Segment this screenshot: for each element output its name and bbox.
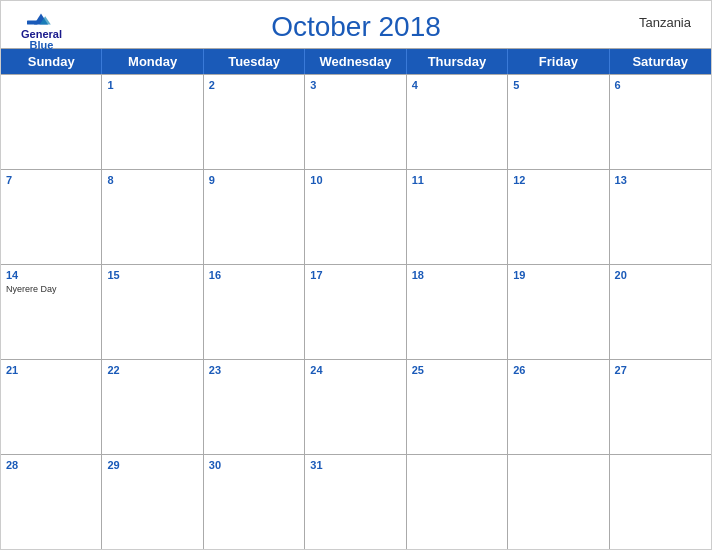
day-cell: 2 bbox=[204, 75, 305, 169]
week-row-0: 123456 bbox=[1, 74, 711, 169]
day-number: 22 bbox=[107, 364, 197, 377]
day-header-saturday: Saturday bbox=[610, 49, 711, 74]
day-cell: 27 bbox=[610, 360, 711, 454]
logo-icon bbox=[27, 9, 55, 29]
day-cell bbox=[610, 455, 711, 549]
day-number: 2 bbox=[209, 79, 299, 92]
day-cell: 3 bbox=[305, 75, 406, 169]
day-number: 30 bbox=[209, 459, 299, 472]
day-number: 15 bbox=[107, 269, 197, 282]
day-number: 1 bbox=[107, 79, 197, 92]
day-cell: 31 bbox=[305, 455, 406, 549]
calendar-grid: SundayMondayTuesdayWednesdayThursdayFrid… bbox=[1, 48, 711, 549]
day-cell: 30 bbox=[204, 455, 305, 549]
country-label: Tanzania bbox=[639, 15, 691, 30]
day-number: 20 bbox=[615, 269, 706, 282]
day-headers-row: SundayMondayTuesdayWednesdayThursdayFrid… bbox=[1, 49, 711, 74]
week-row-2: 14Nyerere Day151617181920 bbox=[1, 264, 711, 359]
calendar-container: General Blue October 2018 Tanzania Sunda… bbox=[0, 0, 712, 550]
day-number: 23 bbox=[209, 364, 299, 377]
day-header-wednesday: Wednesday bbox=[305, 49, 406, 74]
day-cell: 22 bbox=[102, 360, 203, 454]
day-cell: 8 bbox=[102, 170, 203, 264]
day-number: 16 bbox=[209, 269, 299, 282]
day-cell bbox=[1, 75, 102, 169]
logo-area: General Blue bbox=[21, 9, 62, 51]
day-number: 14 bbox=[6, 269, 96, 282]
day-header-thursday: Thursday bbox=[407, 49, 508, 74]
weeks-container: 1234567891011121314Nyerere Day1516171819… bbox=[1, 74, 711, 549]
day-number: 8 bbox=[107, 174, 197, 187]
day-cell: 25 bbox=[407, 360, 508, 454]
day-cell: 4 bbox=[407, 75, 508, 169]
day-cell: 13 bbox=[610, 170, 711, 264]
day-cell: 9 bbox=[204, 170, 305, 264]
day-cell: 23 bbox=[204, 360, 305, 454]
day-header-monday: Monday bbox=[102, 49, 203, 74]
day-cell bbox=[407, 455, 508, 549]
day-number: 24 bbox=[310, 364, 400, 377]
day-number: 17 bbox=[310, 269, 400, 282]
day-cell bbox=[508, 455, 609, 549]
day-number: 29 bbox=[107, 459, 197, 472]
week-row-1: 78910111213 bbox=[1, 169, 711, 264]
day-number: 6 bbox=[615, 79, 706, 92]
day-number: 5 bbox=[513, 79, 603, 92]
day-cell: 6 bbox=[610, 75, 711, 169]
day-cell: 15 bbox=[102, 265, 203, 359]
week-row-4: 28293031 bbox=[1, 454, 711, 549]
event-label: Nyerere Day bbox=[6, 284, 96, 295]
day-header-tuesday: Tuesday bbox=[204, 49, 305, 74]
day-cell: 10 bbox=[305, 170, 406, 264]
day-number: 11 bbox=[412, 174, 502, 187]
day-number: 3 bbox=[310, 79, 400, 92]
day-cell: 5 bbox=[508, 75, 609, 169]
day-number: 27 bbox=[615, 364, 706, 377]
day-cell: 17 bbox=[305, 265, 406, 359]
logo-blue-text: Blue bbox=[30, 40, 54, 51]
day-header-sunday: Sunday bbox=[1, 49, 102, 74]
day-cell: 12 bbox=[508, 170, 609, 264]
day-cell: 19 bbox=[508, 265, 609, 359]
day-cell: 21 bbox=[1, 360, 102, 454]
day-cell: 20 bbox=[610, 265, 711, 359]
day-number: 25 bbox=[412, 364, 502, 377]
day-header-friday: Friday bbox=[508, 49, 609, 74]
day-cell: 26 bbox=[508, 360, 609, 454]
day-number: 13 bbox=[615, 174, 706, 187]
day-cell: 14Nyerere Day bbox=[1, 265, 102, 359]
month-title: October 2018 bbox=[271, 11, 441, 43]
calendar-header: General Blue October 2018 Tanzania bbox=[1, 1, 711, 48]
day-number: 7 bbox=[6, 174, 96, 187]
day-cell: 18 bbox=[407, 265, 508, 359]
day-number: 4 bbox=[412, 79, 502, 92]
day-cell: 11 bbox=[407, 170, 508, 264]
day-cell: 16 bbox=[204, 265, 305, 359]
day-number: 28 bbox=[6, 459, 96, 472]
day-number: 9 bbox=[209, 174, 299, 187]
week-row-3: 21222324252627 bbox=[1, 359, 711, 454]
day-number: 21 bbox=[6, 364, 96, 377]
day-cell: 7 bbox=[1, 170, 102, 264]
svg-rect-3 bbox=[27, 20, 38, 24]
day-number: 10 bbox=[310, 174, 400, 187]
day-cell: 24 bbox=[305, 360, 406, 454]
day-cell: 1 bbox=[102, 75, 203, 169]
day-number: 12 bbox=[513, 174, 603, 187]
day-cell: 28 bbox=[1, 455, 102, 549]
day-number: 19 bbox=[513, 269, 603, 282]
day-number: 18 bbox=[412, 269, 502, 282]
day-number: 26 bbox=[513, 364, 603, 377]
day-cell: 29 bbox=[102, 455, 203, 549]
day-number: 31 bbox=[310, 459, 400, 472]
